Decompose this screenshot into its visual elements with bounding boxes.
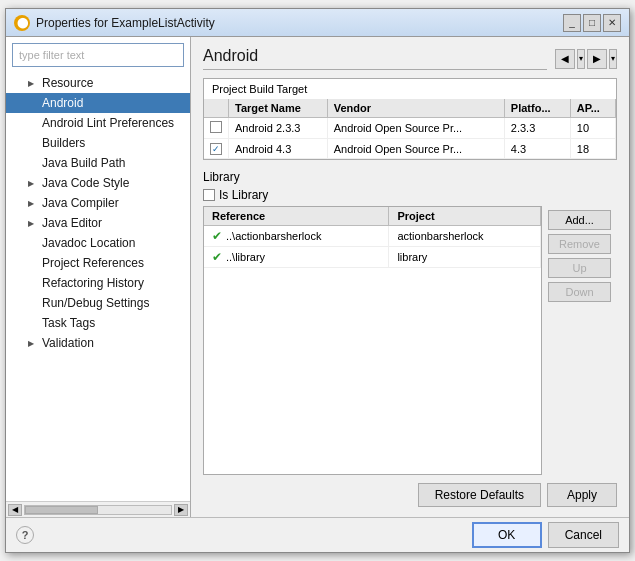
remove-button[interactable]: Remove (548, 234, 611, 254)
tree-item-android[interactable]: Android (6, 93, 190, 113)
is-library-label: Is Library (219, 188, 268, 202)
tree-item-resource[interactable]: ▶ Resource (6, 73, 190, 93)
project: actionbarsherlock (389, 226, 541, 247)
panel-title: Android (203, 47, 547, 70)
window-icon: ⬤ (14, 15, 30, 31)
expand-arrow: ▶ (28, 339, 38, 348)
up-button[interactable]: Up (548, 258, 611, 278)
panel-actions: Restore Defaults Apply (203, 483, 617, 507)
main-content: ▶ Resource Android Android Lint Preferen… (6, 37, 629, 517)
scroll-right-btn[interactable]: ▶ (174, 504, 188, 516)
minimize-button[interactable]: _ (563, 14, 581, 32)
cancel-button[interactable]: Cancel (548, 522, 619, 548)
apply-button[interactable]: Apply (547, 483, 617, 507)
scroll-left-btn[interactable]: ◀ (8, 504, 22, 516)
col-project: Project (389, 207, 541, 226)
tree-item-label: Java Compiler (42, 196, 119, 210)
tree-item-label: Java Editor (42, 216, 102, 230)
col-platform: Platfo... (504, 99, 570, 118)
library-buttons: Add... Remove Up Down (542, 206, 617, 475)
is-library-checkbox[interactable] (203, 189, 215, 201)
footer-buttons: OK Cancel (472, 522, 619, 548)
library-table-container: Reference Project ✔..\actionbarsherlock … (203, 206, 542, 475)
help-button[interactable]: ? (16, 526, 34, 544)
tree-area: ▶ Resource Android Android Lint Preferen… (6, 73, 190, 501)
tree-item-label: Refactoring History (42, 276, 144, 290)
tree-item-validation[interactable]: ▶ Validation (6, 333, 190, 353)
window-title: Properties for ExampleListActivity (36, 16, 215, 30)
title-buttons: _ □ ✕ (563, 14, 621, 32)
h-scrollbar[interactable] (24, 505, 172, 515)
reference: ✔..\actionbarsherlock (204, 226, 389, 247)
tree-item-label: Builders (42, 136, 85, 150)
platform: 2.3.3 (504, 118, 570, 139)
tree-item-project-references[interactable]: Project References (6, 253, 190, 273)
tree-item-java-editor[interactable]: ▶ Java Editor (6, 213, 190, 233)
footer-bar: ? OK Cancel (6, 517, 629, 552)
left-scrollbar-area[interactable]: ◀ ▶ (6, 501, 190, 517)
build-target-group: Project Build Target Target Name Vendor … (203, 78, 617, 160)
target-name: Android 4.3 (229, 139, 328, 159)
tree-item-label: Validation (42, 336, 94, 350)
table-row[interactable]: ✔..\library library (204, 247, 541, 268)
maximize-button[interactable]: □ (583, 14, 601, 32)
tree-item-android-lint[interactable]: Android Lint Preferences (6, 113, 190, 133)
close-button[interactable]: ✕ (603, 14, 621, 32)
expand-arrow: ▶ (28, 179, 38, 188)
tree-item-label: Android Lint Preferences (42, 116, 174, 130)
table-row[interactable]: ✔..\actionbarsherlock actionbarsherlock (204, 226, 541, 247)
nav-dropdown-button[interactable]: ▾ (577, 49, 585, 69)
nav-forward-dropdown[interactable]: ▾ (609, 49, 617, 69)
ok-button[interactable]: OK (472, 522, 542, 548)
tree-item-label: Task Tags (42, 316, 95, 330)
restore-defaults-button[interactable]: Restore Defaults (418, 483, 541, 507)
add-button[interactable]: Add... (548, 210, 611, 230)
tree-item-label: Run/Debug Settings (42, 296, 149, 310)
check-icon: ✔ (212, 250, 222, 264)
table-row[interactable]: ✓ Android 4.3 Android Open Source Pr... … (204, 139, 616, 159)
tree-item-java-compiler[interactable]: ▶ Java Compiler (6, 193, 190, 213)
platform: 4.3 (504, 139, 570, 159)
api: 10 (570, 118, 615, 139)
right-header: Android ◀ ▾ ▶ ▾ (203, 47, 617, 70)
vendor: Android Open Source Pr... (327, 118, 504, 139)
properties-window: ⬤ Properties for ExampleListActivity _ □… (5, 8, 630, 553)
check-icon: ✔ (212, 229, 222, 243)
tree-item-javadoc[interactable]: Javadoc Location (6, 233, 190, 253)
col-vendor: Vendor (327, 99, 504, 118)
tree-item-refactoring[interactable]: Refactoring History (6, 273, 190, 293)
library-section: Library Is Library Reference Project (203, 170, 617, 475)
tree-item-run-debug[interactable]: Run/Debug Settings (6, 293, 190, 313)
library-table: Reference Project ✔..\actionbarsherlock … (204, 207, 541, 268)
tree-item-task-tags[interactable]: Task Tags (6, 313, 190, 333)
build-target-table: Target Name Vendor Platfo... AP... Andro… (204, 99, 616, 159)
col-check (204, 99, 229, 118)
library-content: Reference Project ✔..\actionbarsherlock … (203, 206, 617, 475)
tree-item-java-build-path[interactable]: Java Build Path (6, 153, 190, 173)
nav-back-button[interactable]: ◀ (555, 49, 575, 69)
project: library (389, 247, 541, 268)
tree-item-builders[interactable]: Builders (6, 133, 190, 153)
tree-item-label: Java Code Style (42, 176, 129, 190)
nav-buttons: ◀ ▾ ▶ ▾ (555, 49, 617, 69)
row-checkbox[interactable] (210, 121, 222, 133)
is-library-row: Is Library (203, 188, 617, 202)
row-checkbox[interactable]: ✓ (210, 143, 222, 155)
tree-item-label: Android (42, 96, 83, 110)
col-target-name: Target Name (229, 99, 328, 118)
col-api: AP... (570, 99, 615, 118)
filter-input[interactable] (12, 43, 184, 67)
table-row[interactable]: Android 2.3.3 Android Open Source Pr... … (204, 118, 616, 139)
expand-arrow: ▶ (28, 199, 38, 208)
tree-item-label: Resource (42, 76, 93, 90)
tree-item-label: Java Build Path (42, 156, 125, 170)
library-label: Library (203, 170, 617, 184)
down-button[interactable]: Down (548, 282, 611, 302)
build-target-label: Project Build Target (204, 79, 616, 99)
api: 18 (570, 139, 615, 159)
tree-item-java-code-style[interactable]: ▶ Java Code Style (6, 173, 190, 193)
nav-forward-button[interactable]: ▶ (587, 49, 607, 69)
reference: ✔..\library (204, 247, 389, 268)
left-panel: ▶ Resource Android Android Lint Preferen… (6, 37, 191, 517)
tree-item-label: Javadoc Location (42, 236, 135, 250)
